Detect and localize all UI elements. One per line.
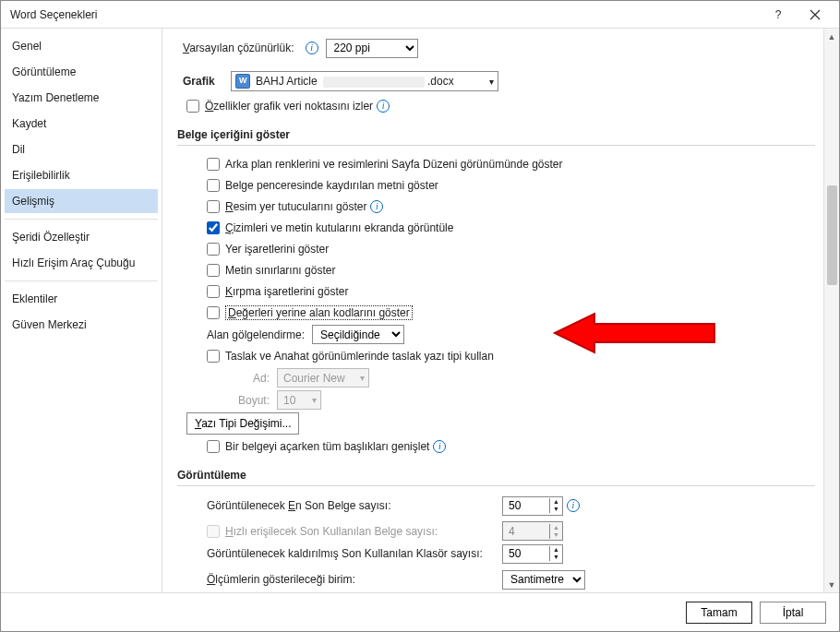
field-shading-row: Alan gölgelendirme: Seçildiğinde xyxy=(207,325,815,344)
font-size-select: 10 xyxy=(277,390,321,410)
quick-access-docs-input xyxy=(507,524,549,539)
word-doc-icon xyxy=(235,74,250,89)
info-icon[interactable]: i xyxy=(433,440,446,453)
draft-font-label: Taslak ve Anahat görünümlerinde taslak y… xyxy=(225,350,494,363)
content-wrap: Varsayılan çözünürlük: i 220 ppi Grafik … xyxy=(162,29,839,592)
recent-docs-input[interactable] xyxy=(507,498,549,513)
graphic-heading-row: Grafik BAHJ Article .docx ▾ xyxy=(183,71,815,91)
scroll-up-icon[interactable]: ▲ xyxy=(824,29,839,44)
sidebar-item-language[interactable]: Dil xyxy=(5,137,158,161)
category-sidebar: Genel Görüntüleme Yazım Denetleme Kaydet… xyxy=(1,29,162,592)
crop-marks-row: Kırpma işaretlerini göster xyxy=(207,282,815,301)
font-size-label: Boyut: xyxy=(229,394,270,407)
sidebar-separator xyxy=(5,219,158,220)
default-resolution-label: Varsayılan çözünürlük: xyxy=(183,42,294,54)
draft-font-name-row: Ad: Courier New xyxy=(229,368,815,388)
field-shading-label: Alan gölgelendirme: xyxy=(207,328,305,341)
font-substitution-row: Yazı Tipi Değişimi... xyxy=(186,412,815,435)
close-icon xyxy=(810,9,821,20)
chart-datapoint-checkbox[interactable] xyxy=(186,100,199,113)
sidebar-item-accessibility[interactable]: Erişilebilirlik xyxy=(5,163,158,187)
graphic-heading: Grafik xyxy=(183,75,231,88)
info-icon[interactable]: i xyxy=(567,499,580,512)
draft-font-row: Taslak ve Anahat görünümlerinde taslak y… xyxy=(207,347,815,365)
sidebar-item-customize-ribbon[interactable]: Şeridi Özelleştir xyxy=(5,225,158,249)
recent-folders-spinner[interactable]: ▲▼ xyxy=(502,544,563,564)
expand-headings-row: Bir belgeyi açarken tüm başlıkları geniş… xyxy=(207,437,815,456)
recent-folders-row: Görüntülenecek kaldırılmış Son Kullanıla… xyxy=(207,543,815,564)
wrap-text-row: Belge penceresinde kaydırılan metni göst… xyxy=(207,176,815,195)
field-shading-select[interactable]: Seçildiğinde xyxy=(312,325,404,344)
sidebar-item-advanced[interactable]: Gelişmiş xyxy=(5,189,158,213)
recent-docs-row: Görüntülenecek En Son Belge sayısı: ▲▼ i xyxy=(207,495,815,516)
sidebar-item-proofing[interactable]: Yazım Denetleme xyxy=(5,86,158,110)
chart-datapoint-row: Özellikler grafik veri noktasını izler i xyxy=(186,97,815,115)
quick-access-docs-checkbox xyxy=(207,525,220,538)
pic-placeholder-label: Resim yer tutucularını göster xyxy=(225,200,366,213)
recent-docs-label: Görüntülenecek En Son Belge sayısı: xyxy=(207,499,502,512)
font-substitution-button[interactable]: Yazı Tipi Değişimi... xyxy=(186,412,299,435)
bookmarks-checkbox[interactable] xyxy=(207,243,220,256)
cancel-button[interactable]: İptal xyxy=(760,602,826,624)
text-bounds-checkbox[interactable] xyxy=(207,264,220,277)
sidebar-item-save[interactable]: Kaydet xyxy=(5,112,158,136)
measure-unit-select[interactable]: Santimetre xyxy=(502,570,585,590)
field-codes-checkbox[interactable] xyxy=(207,306,220,319)
info-icon[interactable]: i xyxy=(306,42,318,54)
default-resolution-row: Varsayılan çözünürlük: i 220 ppi xyxy=(183,38,815,58)
info-icon[interactable]: i xyxy=(370,200,383,213)
info-icon[interactable]: i xyxy=(377,100,390,113)
sidebar-item-display[interactable]: Görüntüleme xyxy=(5,60,158,84)
sidebar-item-general[interactable]: Genel xyxy=(5,34,158,58)
ok-button[interactable]: Tamam xyxy=(686,602,752,624)
options-dialog: Word Seçenekleri ? Genel Görüntüleme Yaz… xyxy=(0,0,840,632)
text-bounds-label: Metin sınırlarını göster xyxy=(225,264,335,277)
bookmarks-label: Yer işaretlerini göster xyxy=(225,243,329,256)
field-codes-row: Değerleri yerine alan kodlarını göster xyxy=(207,304,815,322)
recent-folders-input[interactable] xyxy=(507,546,549,561)
sidebar-item-addins[interactable]: Eklentiler xyxy=(5,287,158,311)
wrap-text-checkbox[interactable] xyxy=(207,179,220,192)
font-name-select: Courier New xyxy=(277,368,369,388)
document-selector[interactable]: BAHJ Article .docx ▾ xyxy=(231,71,498,91)
window-title: Word Seçenekleri xyxy=(10,8,760,21)
pic-placeholder-checkbox[interactable] xyxy=(207,200,220,213)
crop-marks-label: Kırpma işaretlerini göster xyxy=(225,285,348,298)
vertical-scrollbar[interactable]: ▲ ▼ xyxy=(823,29,839,592)
section-doc-content: Belge içeriğini göster xyxy=(177,128,815,146)
recent-docs-spinner[interactable]: ▲▼ xyxy=(502,496,563,516)
quick-access-docs-row: Hızlı erişilecek Son Kullanılan Belge sa… xyxy=(207,521,815,541)
bg-colors-row: Arka plan renklerini ve resimlerini Sayf… xyxy=(207,155,815,173)
font-name-label: Ad: xyxy=(229,372,270,385)
section-display: Görüntüleme xyxy=(177,469,815,486)
title-bar: Word Seçenekleri ? xyxy=(1,1,839,29)
show-drawings-checkbox[interactable] xyxy=(207,221,220,234)
chevron-down-icon: ▾ xyxy=(489,77,494,87)
quick-access-docs-spinner: ▲▼ xyxy=(502,521,563,541)
document-name: BAHJ Article .docx xyxy=(256,75,484,88)
scrollbar-thumb[interactable] xyxy=(827,185,837,285)
close-button[interactable] xyxy=(797,2,834,28)
sidebar-item-quick-access[interactable]: Hızlı Erişim Araç Çubuğu xyxy=(5,251,158,275)
crop-marks-checkbox[interactable] xyxy=(207,285,220,298)
draft-font-size-row: Boyut: 10 xyxy=(229,390,815,410)
draft-font-checkbox[interactable] xyxy=(207,350,220,363)
show-drawings-label: Çizimleri ve metin kutularını ekranda gö… xyxy=(225,221,453,234)
recent-folders-label: Görüntülenecek kaldırılmış Son Kullanıla… xyxy=(207,547,502,560)
text-bounds-row: Metin sınırlarını göster xyxy=(207,261,815,280)
default-resolution-select[interactable]: 220 ppi xyxy=(326,39,418,58)
quick-access-docs-label: Hızlı erişilecek Son Kullanılan Belge sa… xyxy=(225,525,502,538)
help-button[interactable]: ? xyxy=(760,2,797,28)
sidebar-item-trust-center[interactable]: Güven Merkezi xyxy=(5,313,158,337)
wrap-text-label: Belge penceresinde kaydırılan metni göst… xyxy=(225,179,438,192)
dialog-footer: Tamam İptal xyxy=(1,592,839,631)
bookmarks-row: Yer işaretlerini göster xyxy=(207,240,815,258)
bg-colors-label: Arka plan renklerini ve resimlerini Sayf… xyxy=(225,158,563,171)
measure-unit-row: Ölçümlerin gösterileceği birim: Santimet… xyxy=(207,569,815,590)
expand-headings-checkbox[interactable] xyxy=(207,440,220,453)
dialog-body: Genel Görüntüleme Yazım Denetleme Kaydet… xyxy=(1,29,839,592)
scroll-down-icon[interactable]: ▼ xyxy=(824,577,839,592)
bg-colors-checkbox[interactable] xyxy=(207,158,220,171)
measure-unit-label: Ölçümlerin gösterileceği birim: xyxy=(207,573,502,586)
show-drawings-row: Çizimleri ve metin kutularını ekranda gö… xyxy=(207,219,815,237)
